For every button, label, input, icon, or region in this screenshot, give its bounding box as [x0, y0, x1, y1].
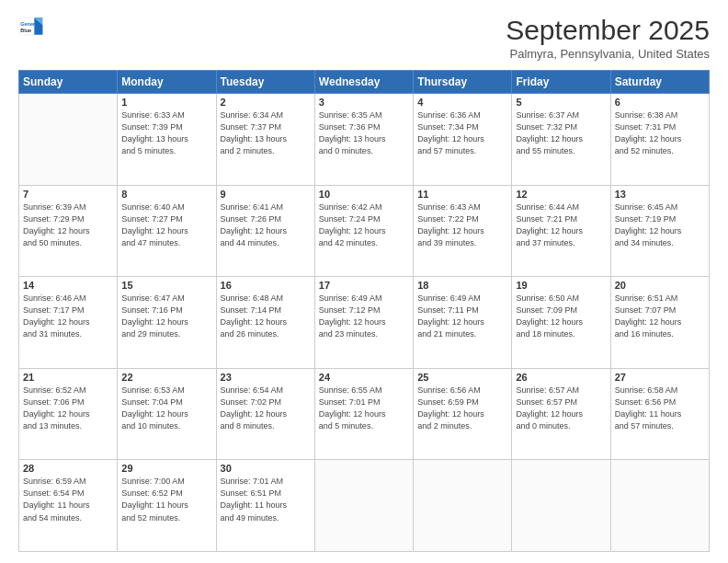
day-cell: 17Sunrise: 6:49 AMSunset: 7:12 PMDayligh… [314, 277, 413, 369]
day-cell: 9Sunrise: 6:41 AMSunset: 7:26 PMDaylight… [216, 185, 314, 277]
header: General Blue September 2025 Palmyra, Pen… [18, 15, 710, 61]
day-cell: 29Sunrise: 7:00 AMSunset: 6:52 PMDayligh… [118, 460, 216, 552]
day-number: 14 [23, 280, 113, 291]
day-number: 28 [23, 463, 113, 474]
day-cell [610, 460, 709, 552]
day-cell: 30Sunrise: 7:01 AMSunset: 6:51 PMDayligh… [216, 460, 314, 552]
day-info: Sunrise: 6:56 AMSunset: 6:59 PMDaylight:… [417, 385, 507, 432]
day-number: 8 [121, 189, 211, 200]
day-cell: 19Sunrise: 6:50 AMSunset: 7:09 PMDayligh… [512, 277, 610, 369]
day-number: 27 [615, 372, 705, 383]
day-number: 3 [319, 97, 409, 108]
day-info: Sunrise: 6:53 AMSunset: 7:04 PMDaylight:… [121, 385, 211, 432]
day-cell: 4Sunrise: 6:36 AMSunset: 7:34 PMDaylight… [414, 94, 512, 186]
day-info: Sunrise: 6:57 AMSunset: 6:57 PMDaylight:… [516, 385, 606, 432]
day-number: 17 [319, 280, 409, 291]
day-cell: 26Sunrise: 6:57 AMSunset: 6:57 PMDayligh… [512, 368, 610, 460]
day-number: 30 [221, 463, 311, 474]
day-info: Sunrise: 6:46 AMSunset: 7:17 PMDaylight:… [23, 293, 113, 340]
day-number: 4 [417, 97, 507, 108]
col-header-saturday: Saturday [610, 71, 709, 94]
day-cell: 18Sunrise: 6:49 AMSunset: 7:11 PMDayligh… [414, 277, 512, 369]
subtitle: Palmyra, Pennsylvania, United States [506, 47, 710, 61]
day-info: Sunrise: 6:50 AMSunset: 7:09 PMDaylight:… [516, 293, 606, 340]
day-number: 1 [121, 97, 211, 108]
day-info: Sunrise: 6:45 AMSunset: 7:19 PMDaylight:… [615, 201, 705, 249]
week-row-4: 21Sunrise: 6:52 AMSunset: 7:06 PMDayligh… [19, 368, 710, 460]
day-cell: 15Sunrise: 6:47 AMSunset: 7:16 PMDayligh… [118, 277, 216, 369]
day-cell [19, 94, 118, 186]
day-cell: 24Sunrise: 6:55 AMSunset: 7:01 PMDayligh… [314, 368, 413, 460]
day-cell: 5Sunrise: 6:37 AMSunset: 7:32 PMDaylight… [512, 94, 610, 186]
day-info: Sunrise: 7:01 AMSunset: 6:51 PMDaylight:… [221, 476, 311, 523]
calendar-table: SundayMondayTuesdayWednesdayThursdayFrid… [18, 70, 710, 552]
day-number: 25 [417, 372, 507, 383]
day-info: Sunrise: 6:33 AMSunset: 7:39 PMDaylight:… [121, 109, 211, 157]
day-number: 21 [23, 372, 113, 383]
day-info: Sunrise: 6:47 AMSunset: 7:16 PMDaylight:… [121, 293, 211, 340]
day-cell: 1Sunrise: 6:33 AMSunset: 7:39 PMDaylight… [118, 94, 216, 186]
logo-icon: General Blue [18, 15, 44, 40]
day-info: Sunrise: 6:37 AMSunset: 7:32 PMDaylight:… [516, 109, 606, 157]
col-header-friday: Friday [512, 71, 610, 94]
day-cell: 28Sunrise: 6:59 AMSunset: 6:54 PMDayligh… [19, 460, 118, 552]
logo: General Blue [18, 15, 44, 40]
day-cell: 3Sunrise: 6:35 AMSunset: 7:36 PMDaylight… [314, 94, 413, 186]
day-cell: 20Sunrise: 6:51 AMSunset: 7:07 PMDayligh… [610, 277, 709, 369]
day-cell: 10Sunrise: 6:42 AMSunset: 7:24 PMDayligh… [314, 185, 413, 277]
day-cell: 14Sunrise: 6:46 AMSunset: 7:17 PMDayligh… [19, 277, 118, 369]
day-number: 2 [221, 97, 311, 108]
svg-text:Blue: Blue [20, 28, 31, 33]
day-info: Sunrise: 6:41 AMSunset: 7:26 PMDaylight:… [221, 201, 311, 249]
day-number: 19 [516, 280, 606, 291]
day-cell: 13Sunrise: 6:45 AMSunset: 7:19 PMDayligh… [610, 185, 709, 277]
week-row-5: 28Sunrise: 6:59 AMSunset: 6:54 PMDayligh… [19, 460, 710, 552]
day-info: Sunrise: 6:54 AMSunset: 7:02 PMDaylight:… [221, 385, 311, 432]
day-cell: 8Sunrise: 6:40 AMSunset: 7:27 PMDaylight… [118, 185, 216, 277]
day-info: Sunrise: 6:35 AMSunset: 7:36 PMDaylight:… [319, 109, 409, 157]
day-cell: 12Sunrise: 6:44 AMSunset: 7:21 PMDayligh… [512, 185, 610, 277]
col-header-thursday: Thursday [414, 71, 512, 94]
day-cell: 2Sunrise: 6:34 AMSunset: 7:37 PMDaylight… [216, 94, 314, 186]
day-info: Sunrise: 6:59 AMSunset: 6:54 PMDaylight:… [23, 476, 113, 523]
day-cell: 27Sunrise: 6:58 AMSunset: 6:56 PMDayligh… [610, 368, 709, 460]
col-header-wednesday: Wednesday [314, 71, 413, 94]
main-title: September 2025 [506, 15, 710, 45]
day-info: Sunrise: 6:36 AMSunset: 7:34 PMDaylight:… [417, 109, 507, 157]
day-info: Sunrise: 6:38 AMSunset: 7:31 PMDaylight:… [615, 109, 705, 157]
title-block: September 2025 Palmyra, Pennsylvania, Un… [506, 15, 710, 61]
header-row: SundayMondayTuesdayWednesdayThursdayFrid… [19, 71, 710, 94]
day-number: 20 [615, 280, 705, 291]
day-number: 5 [516, 97, 606, 108]
day-cell: 25Sunrise: 6:56 AMSunset: 6:59 PMDayligh… [414, 368, 512, 460]
day-cell [512, 460, 610, 552]
day-number: 10 [319, 189, 409, 200]
day-info: Sunrise: 6:40 AMSunset: 7:27 PMDaylight:… [121, 201, 211, 249]
day-cell: 6Sunrise: 6:38 AMSunset: 7:31 PMDaylight… [610, 94, 709, 186]
day-number: 18 [417, 280, 507, 291]
page: General Blue September 2025 Palmyra, Pen… [0, 0, 728, 563]
week-row-2: 7Sunrise: 6:39 AMSunset: 7:29 PMDaylight… [19, 185, 710, 277]
day-number: 12 [516, 189, 606, 200]
week-row-3: 14Sunrise: 6:46 AMSunset: 7:17 PMDayligh… [19, 277, 710, 369]
day-number: 22 [121, 372, 211, 383]
day-cell: 16Sunrise: 6:48 AMSunset: 7:14 PMDayligh… [216, 277, 314, 369]
day-info: Sunrise: 6:44 AMSunset: 7:21 PMDaylight:… [516, 201, 606, 249]
day-info: Sunrise: 6:58 AMSunset: 6:56 PMDaylight:… [615, 385, 705, 432]
day-cell: 7Sunrise: 6:39 AMSunset: 7:29 PMDaylight… [19, 185, 118, 277]
day-number: 29 [121, 463, 211, 474]
col-header-sunday: Sunday [19, 71, 118, 94]
svg-text:General: General [20, 21, 40, 27]
day-number: 7 [23, 189, 113, 200]
day-cell: 11Sunrise: 6:43 AMSunset: 7:22 PMDayligh… [414, 185, 512, 277]
col-header-monday: Monday [118, 71, 216, 94]
day-cell [314, 460, 413, 552]
day-number: 13 [615, 189, 705, 200]
col-header-tuesday: Tuesday [216, 71, 314, 94]
day-info: Sunrise: 6:39 AMSunset: 7:29 PMDaylight:… [23, 201, 113, 249]
day-number: 6 [615, 97, 705, 108]
day-number: 9 [221, 189, 311, 200]
day-info: Sunrise: 6:42 AMSunset: 7:24 PMDaylight:… [319, 201, 409, 249]
day-info: Sunrise: 6:43 AMSunset: 7:22 PMDaylight:… [417, 201, 507, 249]
day-number: 15 [121, 280, 211, 291]
